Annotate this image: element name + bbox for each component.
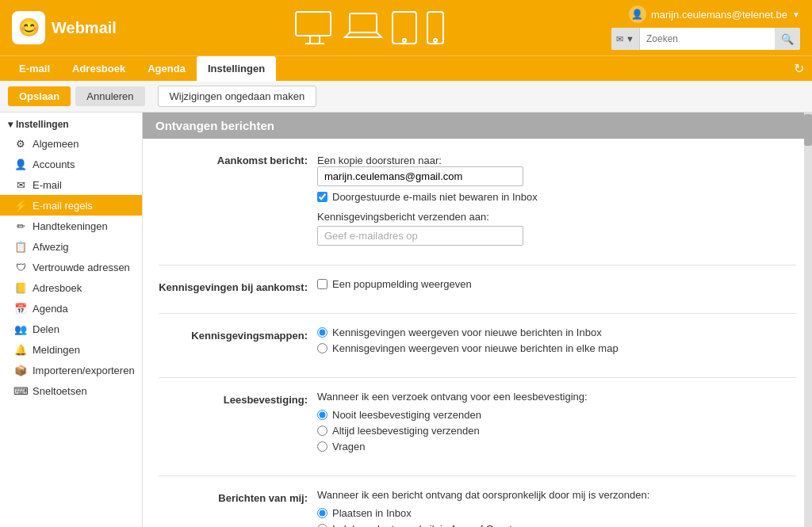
notification-allmap-label: Kennisgevingen weergeven voor nieuwe ber…	[332, 342, 619, 354]
plaatsen-inbox-radio[interactable]	[317, 508, 327, 518]
content-area: Ontvangen berichten Aankomst bericht: Ee…	[143, 113, 812, 527]
scrollbar-thumb[interactable]	[804, 114, 812, 146]
device-icons	[128, 10, 611, 45]
forward-email-input[interactable]	[317, 166, 523, 186]
import-export-icon: 📦	[14, 364, 27, 376]
sidebar-item-email[interactable]: ✉ E-mail	[0, 174, 142, 195]
rules-icon: ⚡	[14, 199, 27, 212]
search-input[interactable]	[640, 33, 775, 44]
nav-item-instellingen[interactable]: Instellingen	[197, 56, 276, 82]
avatar: 👤	[629, 6, 646, 23]
notification-allmap-radio-row: Kennisgevingen weergeven voor nieuwe ber…	[317, 342, 796, 354]
altijd-radio[interactable]	[317, 426, 327, 436]
leesbevestiging-label: Leesbevestiging:	[159, 391, 317, 406]
user-email: marijn.ceulemans@telenet.be	[651, 9, 787, 21]
search-button[interactable]: 🔍	[775, 28, 800, 50]
main-layout: ▾ Instellingen ⚙ Algemeen 👤 Accounts ✉ E…	[0, 113, 812, 527]
kennisgevingsmappen-content: Kennisgevingen weergeven voor nieuwe ber…	[317, 327, 796, 358]
sidebar-item-accounts[interactable]: 👤 Accounts	[0, 154, 142, 174]
section-header: Ontvangen berichten	[143, 113, 812, 139]
accounts-icon: 👤	[14, 158, 27, 170]
scrollbar-track[interactable]	[804, 113, 812, 527]
inbox-aancc-radio-row: In Inbox plaatsen als ik in Aan: of Cc: …	[317, 523, 796, 527]
leesbevestiging-row: Leesbevestiging: Wanneer ik een verzoek …	[159, 391, 796, 456]
cancel-button[interactable]: Annuleren	[75, 86, 144, 106]
altijd-label: Altijd leesbevestiging verzenden	[332, 425, 480, 437]
popup-radio-row: Een popupmelding weergeven	[317, 278, 796, 290]
refresh-icon[interactable]: ↻	[794, 61, 804, 76]
bell-icon: 🔔	[14, 343, 27, 356]
sidebar-item-handtekeningen[interactable]: ✏ Handtekeningen	[0, 216, 142, 236]
chevron-down-icon[interactable]: ▼	[792, 10, 800, 19]
sidebar-item-meldingen[interactable]: 🔔 Meldingen	[0, 339, 142, 360]
notification-inbox-label: Kennisgevingen weergeven voor nieuwe ber…	[332, 327, 602, 338]
vragen-radio-row: Vragen	[317, 441, 796, 453]
berichten-van-mij-inline-text: Wanneer ik een bericht ontvang dat oorsp…	[317, 489, 796, 501]
notification-inbox-radio[interactable]	[317, 327, 327, 338]
preserve-inbox-label: Doorgestuurde e-mails niet bewaren in In…	[332, 191, 538, 203]
away-icon: 📋	[14, 240, 27, 253]
phone-icon	[426, 10, 445, 45]
sidebar-item-adresboek[interactable]: 📒 Adresboek	[0, 277, 142, 298]
sidebar-item-vertrouwde-adressen[interactable]: 🛡 Vertrouwde adressen	[0, 257, 142, 277]
svg-rect-0	[296, 12, 331, 36]
logo-text: Webmail	[52, 19, 117, 37]
preserve-inbox-checkbox[interactable]	[317, 192, 327, 202]
plaatsen-inbox-radio-row: Plaatsen in Inbox	[317, 507, 796, 519]
addressbook-icon: 📒	[14, 281, 27, 294]
sidebar-item-delen[interactable]: 👥 Delen	[0, 319, 142, 339]
toolbar: Opslaan Annuleren Wijzigingen ongedaan m…	[0, 81, 812, 113]
vragen-label: Vragen	[332, 441, 365, 453]
sidebar-item-afwezig[interactable]: 📋 Afwezig	[0, 236, 142, 257]
kennisgevingsmappen-section: Kennisgevingsmappen: Kennisgevingen weer…	[159, 314, 796, 378]
search-prefix[interactable]: ✉ ▼	[611, 28, 640, 50]
nav-item-adresboek[interactable]: Adresboek	[61, 56, 136, 82]
inbox-aancc-label: In Inbox plaatsen als ik in Aan: of Cc: …	[332, 523, 518, 527]
notification-email-input[interactable]	[317, 226, 523, 246]
nooit-radio-row: Nooit leesbevestiging verzenden	[317, 409, 796, 421]
calendar-icon: 📅	[14, 302, 27, 315]
keyboard-icon: ⌨	[14, 384, 27, 397]
header: 😊 Webmail 👤 marijn.ceulemans@telene	[0, 0, 812, 55]
sidebar-item-algemeen[interactable]: ⚙ Algemeen	[0, 133, 142, 154]
aankomst-row: Aankomst bericht: Een kopie doorsturen n…	[159, 151, 796, 246]
nav-item-email[interactable]: E-mail	[8, 56, 61, 82]
berichten-van-mij-content: Wanneer ik een bericht ontvang dat oorsp…	[317, 489, 796, 527]
sidebar-item-agenda[interactable]: 📅 Agenda	[0, 298, 142, 319]
kennisgevingen-aankomst-row: Kennisgevingen bij aankomst: Een popupme…	[159, 278, 796, 294]
popup-checkbox[interactable]	[317, 279, 327, 289]
kennisgevingsmappen-label: Kennisgevingsmappen:	[159, 327, 317, 342]
notification-inbox-radio-row: Kennisgevingen weergeven voor nieuwe ber…	[317, 327, 796, 338]
sidebar-item-sneltoetsen[interactable]: ⌨ Sneltoetsen	[0, 380, 142, 401]
sidebar-item-email-regels[interactable]: ⚡ E-mail regels	[0, 195, 142, 216]
undo-button[interactable]: Wijzigingen ongedaan maken	[158, 86, 317, 107]
berichten-van-mij-section: Berichten van mij: Wanneer ik een berich…	[159, 476, 796, 527]
forward-copy-label: Een kopie doorsturen naar:	[317, 151, 796, 166]
vragen-radio[interactable]	[317, 441, 327, 452]
berichten-van-mij-row: Berichten van mij: Wanneer ik een berich…	[159, 489, 796, 527]
user-area: 👤 marijn.ceulemans@telenet.be ▼ ✉ ▼ 🔍	[611, 6, 812, 50]
plaatsen-inbox-label: Plaatsen in Inbox	[332, 507, 412, 519]
laptop-icon	[343, 10, 383, 45]
inbox-aancc-radio[interactable]	[317, 524, 327, 527]
altijd-radio-row: Altijd leesbevestiging verzenden	[317, 425, 796, 437]
aankomst-content: Een kopie doorsturen naar: Doorgestuurde…	[317, 151, 796, 246]
user-info[interactable]: 👤 marijn.ceulemans@telenet.be ▼	[629, 6, 800, 23]
save-button[interactable]: Opslaan	[8, 86, 71, 106]
kennisgevingen-aankomst-section: Kennisgevingen bij aankomst: Een popupme…	[159, 265, 796, 314]
share-icon: 👥	[14, 323, 27, 335]
popup-label: Een popupmelding weergeven	[332, 278, 472, 290]
sidebar-item-importeren-exporteren[interactable]: 📦 Importeren/exporteren	[0, 360, 142, 380]
notification-email-section: Kennisgevingsbericht verzenden aan:	[317, 211, 796, 246]
leesbevestiging-content: Wanneer ik een verzoek ontvang voor een …	[317, 391, 796, 456]
svg-rect-4	[350, 13, 377, 32]
notification-allmap-radio[interactable]	[317, 343, 327, 353]
mail-small-icon: ✉	[616, 34, 623, 44]
content-body: Aankomst bericht: Een kopie doorsturen n…	[143, 139, 812, 527]
shield-icon: 🛡	[14, 261, 27, 273]
nav-item-agenda[interactable]: Agenda	[136, 56, 197, 82]
leesbevestiging-section: Leesbevestiging: Wanneer ik een verzoek …	[159, 378, 796, 476]
nooit-radio[interactable]	[317, 410, 327, 420]
email-icon: ✉	[14, 178, 27, 191]
chevron-down-small-icon: ▾	[8, 119, 13, 130]
